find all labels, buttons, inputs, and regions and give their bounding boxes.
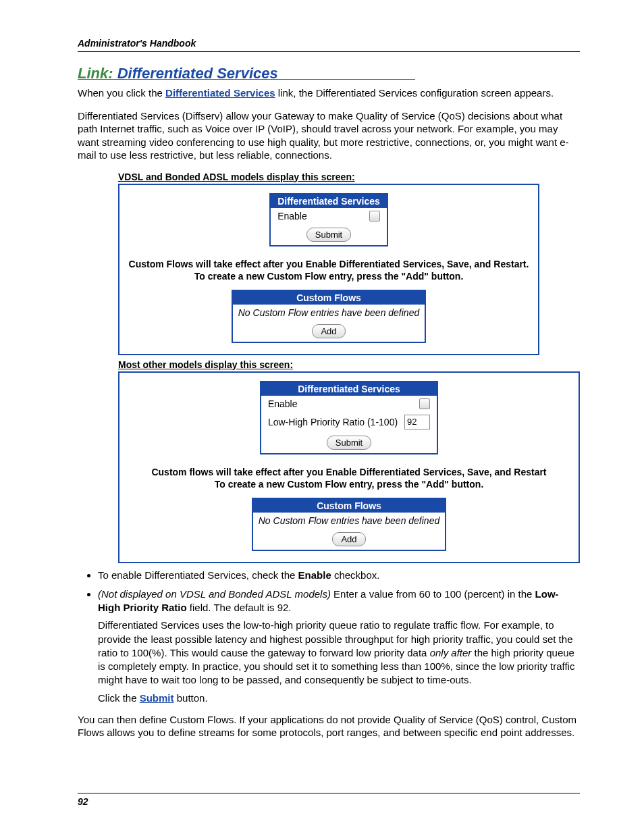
custom-flows-table-2: Custom Flows No Custom Flow entries have… bbox=[252, 498, 446, 551]
panel2-note2: To create a new Custom Flow entry, press… bbox=[126, 479, 572, 490]
diffserv-table-1-header: Differentiated Services bbox=[271, 194, 387, 208]
panel-vdsl: Differentiated Services Enable Submit Cu… bbox=[118, 184, 539, 355]
panel1-note1: Custom Flows will take effect after you … bbox=[126, 259, 531, 269]
submit-link[interactable]: Submit bbox=[140, 692, 174, 704]
submit-button-1[interactable]: Submit bbox=[306, 228, 351, 242]
custom-flows-table-1: Custom Flows No Custom Flow entries have… bbox=[232, 290, 426, 343]
section-heading: Link: Differentiated Services bbox=[78, 65, 580, 82]
enable-checkbox-2[interactable] bbox=[419, 398, 430, 409]
panel2-caption: Most other models display this screen: bbox=[118, 359, 580, 370]
add-button-1[interactable]: Add bbox=[312, 324, 345, 338]
custom-flows-empty-1: No Custom Flow entries have been defined bbox=[233, 305, 425, 321]
intro-paragraph-1: When you click the Differentiated Servic… bbox=[78, 86, 580, 100]
header-title: Administrator's Handbook bbox=[78, 38, 196, 49]
intro-paragraph-2: Differentiated Services (Diffserv) allow… bbox=[78, 109, 580, 162]
custom-flows-header-1: Custom Flows bbox=[233, 291, 425, 305]
page-footer: 92 bbox=[78, 793, 580, 807]
ratio-input[interactable] bbox=[404, 415, 430, 429]
heading-title: Differentiated Services bbox=[117, 65, 278, 82]
panel-other: Differentiated Services Enable Low-High … bbox=[118, 371, 580, 563]
custom-flows-empty-2: No Custom Flow entries have been defined bbox=[253, 513, 445, 529]
enable-label-1: Enable bbox=[277, 211, 307, 221]
list-item: (Not displayed on VDSL and Bonded ADSL m… bbox=[98, 588, 580, 705]
ratio-label: Low-High Priority Ratio (1-100) bbox=[268, 417, 398, 427]
heading-link-label: Link: bbox=[78, 65, 113, 82]
add-button-2[interactable]: Add bbox=[332, 532, 365, 546]
diffserv-table-1: Differentiated Services Enable Submit bbox=[269, 193, 388, 246]
page-number: 92 bbox=[78, 796, 88, 807]
enable-label-2: Enable bbox=[268, 398, 298, 409]
panel2-note1: Custom flows will take effect after you … bbox=[126, 467, 572, 477]
enable-checkbox-1[interactable] bbox=[369, 211, 380, 221]
diffserv-table-2: Differentiated Services Enable Low-High … bbox=[260, 381, 438, 454]
instruction-list: To enable Differentiated Services, check… bbox=[78, 569, 580, 705]
panel1-caption: VDSL and Bonded ADSL models display this… bbox=[118, 172, 580, 182]
custom-flows-header-2: Custom Flows bbox=[253, 499, 445, 513]
panel1-note2: To create a new Custom Flow entry, press… bbox=[126, 271, 531, 282]
list-item: To enable Differentiated Services, check… bbox=[98, 569, 580, 582]
diffserv-table-2-header: Differentiated Services bbox=[261, 382, 437, 396]
differentiated-services-link[interactable]: Differentiated Services bbox=[165, 87, 275, 99]
page-header: Administrator's Handbook bbox=[78, 37, 580, 52]
submit-button-2[interactable]: Submit bbox=[327, 436, 371, 450]
outro-paragraph: You can then define Custom Flows. If you… bbox=[78, 713, 580, 739]
